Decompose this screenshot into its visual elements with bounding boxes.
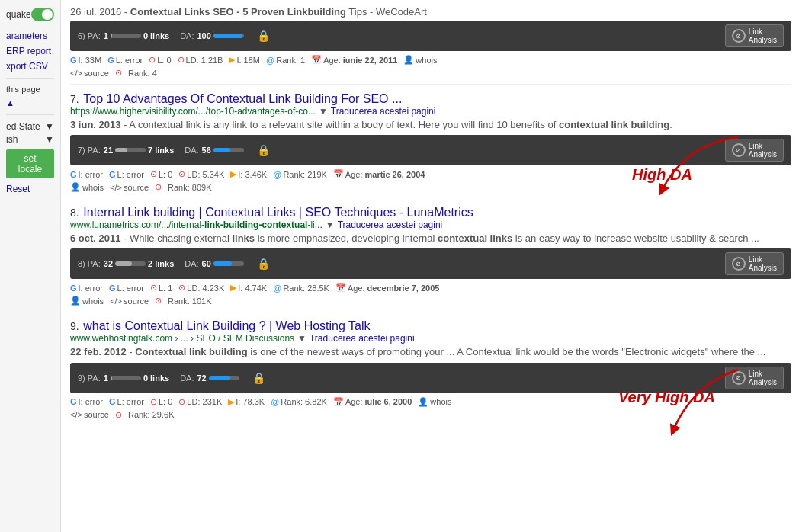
result-8-desc: 6 oct. 2011 - While chasing external lin… [70, 232, 791, 245]
metric-7-pa: 7) PA: 21 7 links [78, 146, 174, 155]
metric-8-da: DA: 60 [185, 259, 246, 268]
i2-metric-7: ▶ I: 3.46K [230, 169, 267, 179]
divider-2 [6, 114, 54, 115]
source-row-7: 👤 whois </> source ⊙ Rank: 809K [70, 182, 791, 192]
result-8-number: 8. [70, 207, 79, 219]
link-analysis-label-8: LinkAnalysis [749, 255, 777, 272]
i-metric-9: G I: error [70, 397, 103, 406]
da-bar-8 [213, 261, 244, 266]
metrics-bar-6: 6) PA: 1 0 links DA: 100 🔒 ⊘ LinkAnalysi… [70, 21, 791, 51]
erp-report-link[interactable]: ERP report [6, 46, 54, 56]
rank-metric-6: @ Rank: 1 [266, 56, 305, 65]
extra-metrics-7: G I: error G L: error ⊙ L: 0 ⊙ LD: 5.34K… [70, 169, 791, 179]
result-6-date: 26 iul. 2016 [70, 6, 121, 18]
extra-metrics-9: G I: error G L: error ⊙ L: 0 ⊙ LD: 231K … [70, 397, 791, 407]
result-6-title-bold: Contextual Links SEO - 5 Proven [130, 6, 284, 18]
source-tag-9[interactable]: </> source [70, 410, 109, 419]
lock-icon-9: 🔒 [252, 372, 265, 384]
link-analysis-9[interactable]: ⊘ LinkAnalysis [725, 367, 784, 389]
result-7-title[interactable]: Top 10 Advantages Of Contextual Link Bui… [83, 92, 402, 105]
toggle-row: quake [6, 8, 54, 21]
pa-bar-6 [111, 34, 141, 38]
lock-icon-6: 🔒 [257, 30, 270, 42]
parameters-link[interactable]: arameters [6, 30, 54, 41]
metrics-bar-8: 8) PA: 32 2 links DA: 60 🔒 ⊘ LinkAnalysi… [70, 248, 791, 279]
language-label: ish [6, 134, 18, 145]
quake-toggle[interactable] [31, 8, 54, 21]
i-metric-6: G I: 33M [70, 56, 101, 65]
age-metric-8: 📅 Age: decembrie 7, 2005 [335, 283, 439, 293]
metric-7-da: DA: 56 [185, 146, 246, 155]
language-dropdown[interactable]: ▼ [45, 134, 54, 145]
i-metric-7: G I: error [70, 170, 103, 179]
result-7-url: https://www.highervisibility.com/.../top… [70, 106, 791, 117]
result-8: 8. Internal Link building | Contextual L… [70, 206, 791, 306]
result-7-number: 7. [70, 93, 79, 105]
source-tag-8[interactable]: </> source [110, 296, 149, 306]
source-row-6: </> source ⊙ Rank: 4 [70, 68, 791, 78]
metrics-bar-7: 7) PA: 21 7 links DA: 56 🔒 ⊘ LinkAnalysi… [70, 135, 791, 165]
result-6-linkbuilding: Linkbuilding [287, 6, 346, 18]
link-analysis-label-7: LinkAnalysis [749, 142, 777, 159]
main-content: 26 iul. 2016 - Contextual Links SEO - 5 … [63, 0, 799, 532]
locale-row: ed State ▼ [6, 121, 54, 132]
result-6-partial: 26 iul. 2016 - Contextual Links SEO - 5 … [70, 6, 791, 85]
da-bar-9 [209, 376, 239, 380]
quake-label: quake [6, 9, 31, 20]
pa-bar-9 [111, 376, 141, 380]
link-analysis-6[interactable]: ⊘ LinkAnalysis [725, 24, 784, 47]
this-page-arrow[interactable]: ▲ [6, 98, 14, 107]
age-metric-6: 📅 Age: iunie 22, 2011 [311, 55, 397, 65]
whois-7[interactable]: 👤 whois [70, 182, 104, 192]
i2-metric-9: ▶ I: 78.3K [228, 397, 265, 407]
metric-9-pa: 9) PA: 1 0 links [78, 373, 169, 383]
pa-bar-7 [115, 148, 146, 152]
result-6-snippet: 26 iul. 2016 - Contextual Links SEO - 5 … [70, 6, 791, 18]
language-row: ish ▼ [6, 134, 54, 145]
age-metric-9: 📅 Age: iulie 6, 2000 [333, 397, 412, 407]
ld-metric-7: ⊙ LD: 5.34K [178, 169, 224, 179]
result-7: 7. Top 10 Advantages Of Contextual Link … [70, 92, 791, 192]
l-metric-8: G L: error [109, 284, 144, 293]
source-row-9: </> source ⊙ Rank: 29.6K [70, 410, 791, 420]
o-metric-9: ⊙ L: 0 [150, 397, 172, 407]
o-metric-8: ⊙ L: 1 [150, 283, 172, 293]
ld-metric-6: ⊙ LD: 1.21B [178, 55, 223, 65]
link-analysis-7[interactable]: ⊘ LinkAnalysis [725, 139, 784, 162]
whois-metric-6[interactable]: 👤 whois [403, 55, 437, 65]
metric-8-pa: 8) PA: 32 2 links [78, 259, 174, 268]
whois-9[interactable]: 👤 whois [418, 397, 451, 407]
i2-metric-6: ▶ I: 18M [229, 55, 260, 65]
divider-1 [6, 78, 54, 79]
l-metric-7: G L: error [109, 170, 144, 179]
result-9-url: www.webhostingtalk.com › ... › SEO / SEM… [70, 333, 791, 344]
rank-metric-8: @ Rank: 28.5K [273, 284, 329, 293]
l-metric-6: G L: error [107, 56, 143, 65]
translate-link-8[interactable]: Traducerea acestei pagini [338, 220, 443, 230]
export-csv-link[interactable]: xport CSV [6, 61, 54, 72]
result-9-title[interactable]: what is Contextual Link Building ? | Web… [83, 319, 370, 332]
lock-icon-7: 🔒 [257, 144, 270, 156]
l-metric-9: G L: error [109, 397, 144, 406]
rank-metric-7: @ Rank: 219K [273, 170, 327, 179]
i2-metric-8: ▶ I: 4.74K [230, 283, 267, 293]
locale-label: ed State [6, 121, 40, 132]
ld-metric-8: ⊙ LD: 4.23K [178, 283, 224, 293]
whois-8[interactable]: 👤 whois [70, 296, 104, 306]
translate-link-7[interactable]: Traducerea acestei pagini [331, 106, 436, 117]
source-tag-7[interactable]: </> source [110, 183, 149, 192]
source-tag-6[interactable]: </> source [70, 69, 109, 78]
reset-link[interactable]: Reset [6, 184, 30, 194]
translate-link-9[interactable]: Traducerea acestei pagini [310, 333, 415, 344]
link-analysis-8[interactable]: ⊘ LinkAnalysis [725, 252, 784, 275]
result-8-title[interactable]: Internal Link building | Contextual Link… [83, 206, 473, 219]
da-bar-7 [213, 148, 244, 152]
result-8-url: www.lunametrics.com/.../internal-link-bu… [70, 220, 791, 230]
locale-dropdown[interactable]: ▼ [45, 121, 54, 132]
set-locale-button[interactable]: set locale [6, 149, 54, 178]
source-row-8: 👤 whois </> source ⊙ Rank: 101K [70, 296, 791, 306]
metrics-bar-9: 9) PA: 1 0 links DA: 72 🔒 ⊘ LinkAnalysis [70, 363, 791, 393]
link-analysis-label-9: LinkAnalysis [749, 370, 777, 386]
metric-9-da: DA: 72 [180, 373, 242, 383]
i-metric-8: G I: error [70, 284, 103, 293]
